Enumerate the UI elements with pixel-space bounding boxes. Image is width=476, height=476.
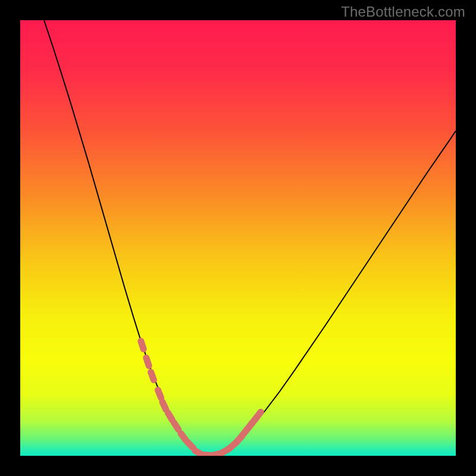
watermark-text: TheBottleneck.com: [341, 4, 465, 20]
dot-dash: [162, 402, 166, 410]
dot-dash: [146, 358, 149, 365]
dot-dash: [158, 390, 161, 398]
dot-dash: [256, 412, 261, 418]
dot-dash: [168, 413, 172, 420]
dot-dash: [141, 341, 143, 349]
plot-area: [20, 20, 456, 456]
chart-svg: [20, 20, 456, 456]
dot-dash: [151, 372, 154, 380]
gradient-background: [20, 20, 456, 456]
dot-dash: [181, 433, 186, 440]
dot-dash: [174, 422, 178, 430]
outer-frame: TheBottleneck.com: [0, 0, 476, 476]
dot-dash: [187, 442, 193, 448]
